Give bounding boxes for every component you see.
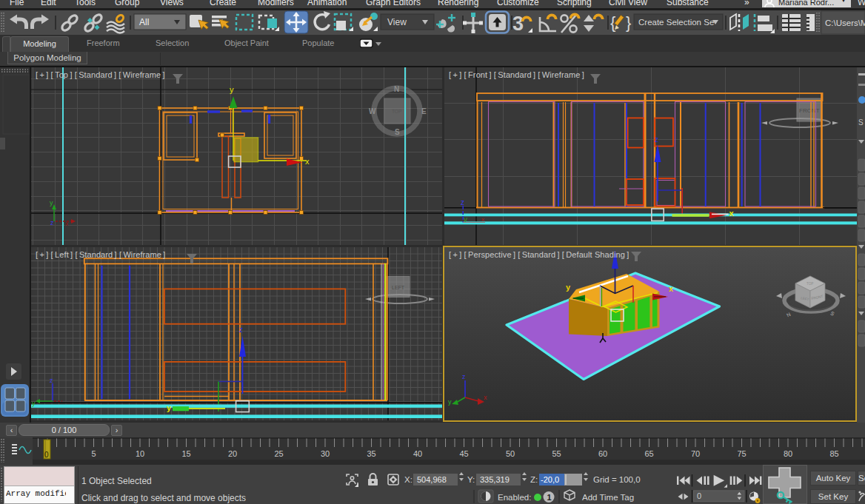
svg-text:1: 1 bbox=[547, 493, 552, 502]
svg-text:N: N bbox=[394, 85, 399, 93]
svg-text:View: View bbox=[387, 17, 407, 27]
svg-text:85: 85 bbox=[829, 449, 838, 458]
svg-text:y: y bbox=[448, 398, 452, 406]
svg-text:Y:: Y: bbox=[467, 475, 475, 484]
svg-text:60: 60 bbox=[598, 449, 607, 458]
svg-text:Add Time Tag: Add Time Tag bbox=[582, 493, 634, 502]
svg-text:C:\Users\Ma: C:\Users\Ma bbox=[825, 19, 865, 27]
svg-text:y: y bbox=[32, 400, 36, 407]
svg-text:5: 5 bbox=[91, 449, 96, 458]
svg-text:35: 35 bbox=[367, 449, 375, 458]
svg-text:S: S bbox=[829, 310, 835, 317]
svg-text:504,968: 504,968 bbox=[417, 475, 447, 484]
svg-text:All: All bbox=[139, 17, 149, 27]
svg-text:Grid = 100,0: Grid = 100,0 bbox=[593, 475, 641, 484]
svg-text:TOP: TOP bbox=[806, 282, 813, 286]
svg-text:E: E bbox=[421, 107, 427, 115]
svg-text:30: 30 bbox=[321, 449, 330, 458]
svg-text:3: 3 bbox=[512, 13, 524, 35]
svg-text:x: x bbox=[305, 157, 310, 166]
svg-text:z: z bbox=[50, 377, 53, 384]
svg-text:Create Selection Se: Create Selection Se bbox=[638, 18, 714, 27]
svg-text:x: x bbox=[669, 284, 674, 293]
svg-text:z: z bbox=[655, 135, 658, 144]
svg-text:Enabled:: Enabled: bbox=[498, 493, 531, 502]
svg-text:0: 0 bbox=[697, 491, 701, 500]
svg-text:x: x bbox=[65, 220, 69, 227]
svg-text:50: 50 bbox=[506, 449, 515, 458]
svg-text:0: 0 bbox=[44, 451, 49, 459]
svg-text:335,319: 335,319 bbox=[480, 475, 510, 484]
svg-text:X:: X: bbox=[404, 475, 413, 484]
svg-text:80: 80 bbox=[784, 449, 792, 458]
svg-text:z: z bbox=[239, 326, 243, 334]
svg-text:10: 10 bbox=[136, 449, 144, 458]
svg-text:y: y bbox=[230, 85, 234, 94]
svg-text:70: 70 bbox=[691, 449, 700, 458]
svg-text:z: z bbox=[462, 373, 466, 380]
svg-text:45: 45 bbox=[459, 449, 468, 458]
svg-text:65: 65 bbox=[644, 449, 653, 458]
svg-text:55: 55 bbox=[552, 449, 561, 458]
svg-text:75: 75 bbox=[737, 449, 746, 458]
svg-text:x: x bbox=[481, 216, 484, 223]
svg-text:LEFT: LEFT bbox=[392, 285, 405, 290]
svg-text:y: y bbox=[566, 283, 571, 292]
svg-text:S: S bbox=[395, 128, 400, 136]
svg-text:z: z bbox=[50, 219, 54, 226]
svg-text:z: z bbox=[461, 198, 464, 206]
svg-text:y: y bbox=[167, 403, 172, 412]
svg-text:x: x bbox=[484, 394, 487, 401]
svg-text:TOP: TOP bbox=[392, 109, 401, 114]
svg-text:S: S bbox=[858, 118, 864, 127]
svg-text:Z:: Z: bbox=[530, 475, 538, 484]
svg-text:N: N bbox=[786, 312, 792, 318]
svg-text:25: 25 bbox=[274, 449, 283, 458]
svg-text:20: 20 bbox=[228, 449, 237, 458]
svg-text:-20,0: -20,0 bbox=[541, 475, 559, 484]
svg-text:FRONT: FRONT bbox=[799, 107, 820, 114]
svg-text:W: W bbox=[369, 107, 376, 115]
svg-text:y: y bbox=[50, 199, 53, 206]
svg-text:x: x bbox=[729, 209, 735, 218]
svg-text:40: 40 bbox=[413, 449, 422, 458]
svg-text:15: 15 bbox=[181, 449, 190, 458]
svg-text:}: } bbox=[626, 13, 631, 32]
